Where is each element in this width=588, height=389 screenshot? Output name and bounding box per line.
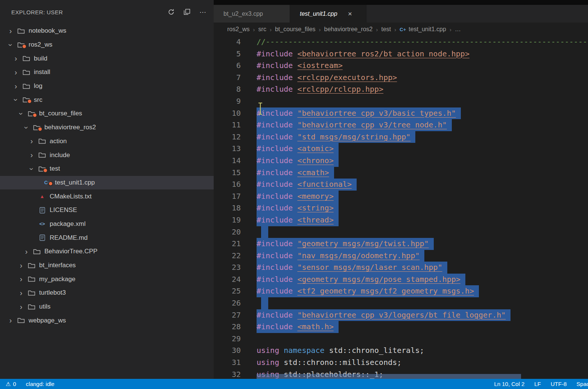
breadcrumb-separator: › <box>450 26 451 33</box>
doc-icon <box>37 207 47 213</box>
line-number: 19 <box>214 214 241 226</box>
line-number: 26 <box>214 297 241 309</box>
tree-item-test[interactable]: ›test <box>0 162 214 176</box>
breadcrumb-item-test[interactable]: test <box>381 26 391 33</box>
line-col-indicator[interactable]: Ln 10, Col 2 <box>494 381 524 387</box>
tree-item-include[interactable]: ›include <box>0 148 214 162</box>
tab-bar: bt_u2_ex3.cpp test_unit1.cpp × <box>214 5 588 23</box>
refresh-icon[interactable] <box>166 7 176 17</box>
line-number: 6 <box>214 60 241 72</box>
tree-item-ros2_ws[interactable]: ›ros2_ws <box>0 38 214 52</box>
clangd-status[interactable]: clangd: idle <box>24 381 56 387</box>
tab-test_unit1[interactable]: test_unit1.cpp × <box>290 5 366 23</box>
code-content: #include "behaviortree_cpp_v3/basic_type… <box>241 107 461 120</box>
tree-item-LICENSE[interactable]: LICENSE <box>0 203 214 217</box>
modified-dot <box>43 168 48 173</box>
tree-item-test_unit1.cpp[interactable]: C+test_unit1.cpp <box>0 176 214 190</box>
line-number: 24 <box>214 274 241 286</box>
breadcrumb-item-ros2_ws[interactable]: ros2_ws <box>227 26 250 33</box>
code-line-28: 28#include <math.h> <box>214 321 588 333</box>
breadcrumb-separator: › <box>376 26 378 33</box>
line-number: 21 <box>214 238 241 250</box>
breadcrumb-item-behaviortree_ros2[interactable]: behaviortree_ros2 <box>324 26 373 33</box>
code-line-19: 19#include <thread> <box>214 214 588 226</box>
tree-item-label: build <box>34 55 47 62</box>
line-number: 28 <box>214 321 241 333</box>
tree-item-BehaviorTree.CPP[interactable]: ›BehaviorTree.CPP <box>0 245 214 259</box>
breadcrumb-item-bt_course_files[interactable]: bt_course_files <box>275 26 316 33</box>
chevron-right-icon: › <box>5 316 16 325</box>
tree-item-label: src <box>34 96 43 104</box>
tree-item-turtlebot3[interactable]: ›turtlebot3 <box>0 286 214 300</box>
folder-icon <box>26 276 37 282</box>
encoding-indicator[interactable]: UTF-8 <box>551 381 567 387</box>
editor-group: bt_u2_ex3.cpp test_unit1.cpp × ros2_ws›s… <box>214 0 588 379</box>
tree-item-behaviortree_ros2[interactable]: ›behaviortree_ros2 <box>0 121 214 135</box>
problems-indicator[interactable]: ⚠ 0 <box>4 381 18 387</box>
tree-item-src[interactable]: ›src <box>0 93 214 107</box>
modified-dot <box>22 44 27 49</box>
indentation-indicator[interactable]: Spaces: 4 <box>576 381 588 387</box>
code-line-22: 22#include "nav_msgs/msg/odometry.hpp" <box>214 250 588 262</box>
warning-icon: ⚠ <box>6 381 11 387</box>
code-line-17: 17#include <memory> <box>214 191 588 203</box>
code-line-6: 6#include <iostream> <box>214 60 588 72</box>
code-line-23: 23#include "sensor_msgs/msg/laser_scan.h… <box>214 262 588 274</box>
tree-item-utils[interactable]: ›utils <box>0 300 214 314</box>
tab-bt_u2_ex3[interactable]: bt_u2_ex3.cpp <box>214 5 290 23</box>
tree-item-my_package[interactable]: ›my_package <box>0 272 214 286</box>
folder-icon <box>21 55 32 62</box>
tree-item-install[interactable]: ›install <box>0 65 214 79</box>
code-content <box>241 297 268 309</box>
breadcrumb-separator: › <box>270 26 272 33</box>
tree-item-build[interactable]: ›build <box>0 51 214 65</box>
breadcrumb-more[interactable]: … <box>455 26 461 33</box>
line-number: 20 <box>214 226 241 238</box>
code-line-27: 27#include "behaviortree_cpp_v3/loggers/… <box>214 309 588 321</box>
tree-item-label: BehaviorTree.CPP <box>44 248 97 255</box>
folder-icon <box>37 138 47 144</box>
eol-indicator[interactable]: LF <box>534 381 541 387</box>
more-actions-icon[interactable]: ··· <box>198 7 208 17</box>
code-line-14: 14#include <chrono> <box>214 155 588 167</box>
chevron-down-icon: › <box>12 95 20 105</box>
explorer-sidebar: EXPLORER: USER ··· ›notebook_ws›ros2_ws›… <box>0 0 214 379</box>
line-number: 10 <box>214 107 241 120</box>
chevron-down-icon: › <box>6 39 15 50</box>
tree-item-webpage_ws[interactable]: ›webpage_ws <box>0 313 214 327</box>
breadcrumb: ros2_ws›src›bt_course_files›behaviortree… <box>214 23 588 36</box>
code-line-16: 16#include <functional> <box>214 179 588 191</box>
breadcrumb-item-file[interactable]: test_unit1.cpp <box>409 26 446 33</box>
vscode-window: EXPLORER: USER ··· ›notebook_ws›ros2_ws›… <box>0 0 588 379</box>
cpp-icon: C+ <box>42 180 53 185</box>
tree-item-bt_interfaces[interactable]: ›bt_interfaces <box>0 259 214 272</box>
breadcrumb-item-src[interactable]: src <box>258 26 266 33</box>
code-content: #include <memory> <box>241 191 339 203</box>
tree-item-action[interactable]: ›action <box>0 135 214 148</box>
chevron-right-icon: › <box>16 275 26 283</box>
horizontal-scrollbar[interactable] <box>257 374 521 379</box>
code-content: #include "std_msgs/msg/string.hpp" <box>241 131 415 143</box>
chevron-right-icon: › <box>11 68 21 77</box>
tree-item-notebook_ws[interactable]: ›notebook_ws <box>0 24 214 38</box>
tree-item-CMakeLists.txt[interactable]: ▲CMakeLists.txt <box>0 189 214 203</box>
chevron-right-icon: › <box>11 82 21 91</box>
tree-item-README.md[interactable]: README.md <box>0 231 214 245</box>
tree-item-label: turtlebot3 <box>39 289 66 297</box>
tree-item-label: behaviortree_ros2 <box>44 124 96 131</box>
tree-item-bt_course_files[interactable]: ›bt_course_files <box>0 107 214 121</box>
close-icon[interactable]: × <box>348 10 352 18</box>
code-line-9: 9 <box>214 95 588 107</box>
collapse-folders-icon[interactable] <box>182 7 192 17</box>
tree-item-label: bt_course_files <box>39 110 82 117</box>
code-editor[interactable]: 4//-------------------------------------… <box>214 36 588 379</box>
line-number: 30 <box>214 345 241 357</box>
tree-item-package.xml[interactable]: <>package.xml <box>0 217 214 231</box>
tree-item-label: CMakeLists.txt <box>50 193 91 200</box>
status-right: Ln 10, Col 2LFUTF-8Spaces: 4 <box>494 381 588 387</box>
tree-item-label: my_package <box>39 275 75 283</box>
code-line-11: 11#include "behaviortree_cpp_v3/tree_nod… <box>214 119 588 131</box>
tree-item-log[interactable]: ›log <box>0 79 214 93</box>
code-content: using std::chrono::milliseconds; <box>241 357 401 369</box>
folder-icon <box>16 317 26 324</box>
